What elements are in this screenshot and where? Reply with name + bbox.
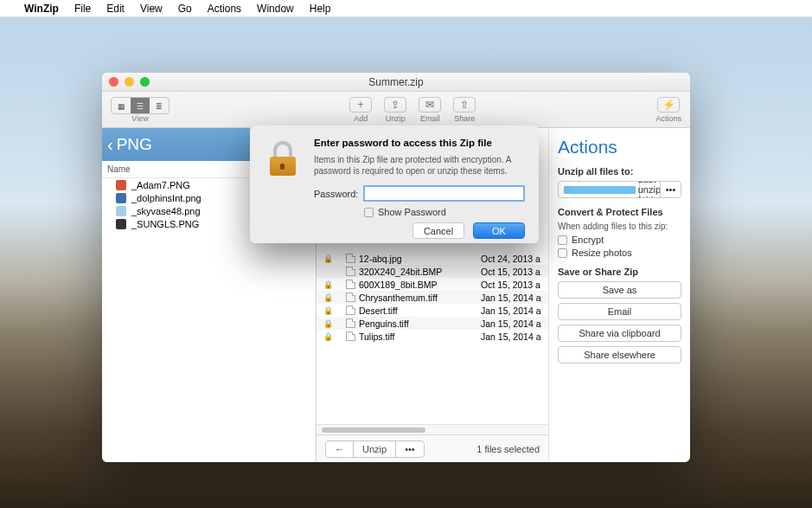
menu-edit[interactable]: Edit <box>106 3 125 15</box>
table-row[interactable]: 🔒12-abq.jpgOct 24, 2013 a <box>316 252 548 265</box>
cancel-button[interactable]: Cancel <box>412 222 464 239</box>
file-name: 320X240_24bit.BMP <box>359 267 481 277</box>
minimize-button[interactable] <box>125 77 134 87</box>
file-date: Jan 15, 2014 a <box>481 305 548 316</box>
convert-hint: When adding files to this zip: <box>558 222 681 231</box>
file-name: 600X189_8bit.BMP <box>359 280 481 290</box>
thumbnail-icon <box>116 219 126 229</box>
file-date: Jan 15, 2014 a <box>481 318 548 329</box>
file-name: 12-abq.jpg <box>359 254 481 264</box>
email-button[interactable]: Email <box>558 303 681 320</box>
lock-icon: 🔒 <box>322 319 334 328</box>
folder-icon <box>564 186 636 194</box>
window-title: Summer.zip <box>368 76 423 88</box>
encrypt-checkbox[interactable] <box>558 235 567 245</box>
resize-label: Resize photos <box>572 248 632 258</box>
lightning-icon: ⚡ <box>657 97 680 113</box>
actions-pane: Actions Unzip all files to: Last unzip f… <box>548 128 690 462</box>
show-password-label: Show Password <box>378 207 446 217</box>
horizontal-scrollbar[interactable] <box>316 424 548 434</box>
menu-help[interactable]: Help <box>310 3 331 15</box>
document-icon <box>346 331 355 341</box>
list-item-label: _Adam7.PNG <box>131 180 190 190</box>
lock-icon: 🔒 <box>322 332 334 341</box>
toolbar-actions[interactable]: ⚡ Actions <box>655 97 681 123</box>
lock-icon: 🔒 <box>322 254 334 263</box>
file-date: Jan 15, 2014 a <box>481 331 548 342</box>
view-icon-columns[interactable]: ≣ <box>150 98 169 114</box>
share-clipboard-button[interactable]: Share via clipboard <box>558 325 681 342</box>
document-icon <box>346 293 355 302</box>
convert-protect-label: Convert & Protect Files <box>558 207 681 217</box>
more-icon[interactable]: ••• <box>660 182 681 197</box>
lock-icon <box>268 141 297 176</box>
toolbar-email[interactable]: ✉ Email <box>419 97 441 123</box>
lock-icon: 🔒 <box>322 306 334 315</box>
thumbnail-icon <box>116 180 126 190</box>
save-as-button[interactable]: Save as <box>558 281 681 299</box>
selection-status: 1 files selected <box>476 444 540 454</box>
password-dialog: Enter password to access this Zip file I… <box>250 125 539 243</box>
save-as-label: Save as <box>603 285 637 295</box>
share-icon: ⇧ <box>453 97 476 113</box>
toolbar-share[interactable]: ⇧ Share <box>453 97 476 123</box>
document-icon <box>346 305 355 315</box>
document-icon <box>346 280 355 289</box>
view-label: View <box>131 114 148 123</box>
chevron-left-icon[interactable]: ‹ <box>107 135 113 155</box>
dialog-title: Enter password to access this Zip file <box>314 138 525 148</box>
view-toggle[interactable]: ▦ ☰ ≣ <box>111 97 169 114</box>
resize-checkbox[interactable] <box>558 248 567 258</box>
table-row[interactable]: 🔒600X189_8bit.BMPOct 15, 2013 a <box>316 278 548 291</box>
toolbar-add[interactable]: ＋ Add <box>349 97 372 123</box>
breadcrumb-label: PNG <box>117 135 152 154</box>
toolbar: ▦ ☰ ≣ View ＋ Add ⇪ Unzip ✉ Email ⇧ Share <box>102 92 690 128</box>
file-name: Penguins.tiff <box>359 318 481 329</box>
toolbar-email-label: Email <box>420 114 440 123</box>
list-item-label: _dolphinsInt.png <box>131 193 201 203</box>
dialog-description: Items in this Zip file are protected wit… <box>314 155 525 177</box>
thumbnail-icon <box>116 193 126 203</box>
menu-view[interactable]: View <box>140 3 163 15</box>
menu-window[interactable]: Window <box>257 3 294 15</box>
unzip-button-label: Unzip <box>353 441 395 457</box>
file-name: Chrysanthemum.tiff <box>359 293 481 303</box>
list-item-label: _SUNGLS.PNG <box>131 219 199 229</box>
file-name: Tulips.tiff <box>359 331 481 342</box>
close-button[interactable] <box>109 77 118 87</box>
list-item-label: _skyvase48.png <box>131 206 201 216</box>
ok-button[interactable]: OK <box>473 222 525 239</box>
window-controls <box>109 77 150 87</box>
password-input[interactable] <box>363 185 525 202</box>
menu-file[interactable]: File <box>74 3 91 15</box>
table-row[interactable]: 🔒Penguins.tiffJan 15, 2014 a <box>316 317 548 330</box>
menu-go[interactable]: Go <box>178 3 192 15</box>
table-row[interactable]: 🔒Tulips.tiffJan 15, 2014 a <box>316 330 548 343</box>
actions-heading: Actions <box>558 137 681 158</box>
toolbar-unzip[interactable]: ⇪ Unzip <box>384 97 406 123</box>
table-row[interactable]: 320X240_24bit.BMPOct 15, 2013 a <box>316 265 548 278</box>
unzip-icon: ⇪ <box>384 97 406 113</box>
system-menubar: WinZip File Edit View Go Actions Window … <box>0 0 812 17</box>
titlebar[interactable]: Summer.zip <box>102 73 690 92</box>
app-name[interactable]: WinZip <box>24 3 59 15</box>
toolbar-add-label: Add <box>354 114 368 123</box>
table-row[interactable]: 🔒Desert.tiffJan 15, 2014 a <box>316 304 548 317</box>
more-icon[interactable]: ••• <box>395 441 424 457</box>
view-icon-list[interactable]: ☰ <box>131 98 150 114</box>
view-icon-large[interactable]: ▦ <box>112 98 131 114</box>
unzip-folder-label: Last unzip folder <box>639 181 660 198</box>
bottom-bar: ← Unzip ••• 1 files selected <box>316 434 548 462</box>
lock-icon: 🔒 <box>322 280 334 289</box>
unzip-button[interactable]: ← Unzip ••• <box>325 440 425 458</box>
encrypt-label: Encrypt <box>572 235 604 245</box>
file-name: Desert.tiff <box>359 305 481 316</box>
file-date: Jan 15, 2014 a <box>481 293 548 303</box>
unzip-folder-button[interactable]: Last unzip folder ••• <box>558 181 681 198</box>
zoom-button[interactable] <box>140 77 150 87</box>
document-icon <box>346 318 355 328</box>
table-row[interactable]: 🔒Chrysanthemum.tiffJan 15, 2014 a <box>316 291 548 304</box>
menu-actions[interactable]: Actions <box>208 3 241 15</box>
share-elsewhere-button[interactable]: Share elsewhere <box>558 346 681 363</box>
show-password-checkbox[interactable] <box>364 208 374 217</box>
